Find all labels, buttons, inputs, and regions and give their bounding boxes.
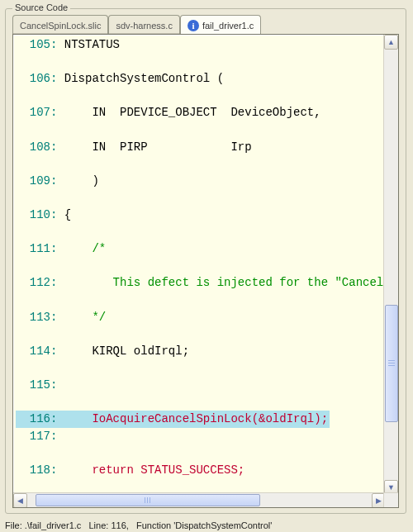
tab-label: sdv-harness.c — [116, 21, 172, 31]
chevron-right-icon: ▶ — [376, 496, 382, 505]
line-text: This defect is injected for the "CancelS… — [64, 276, 386, 289]
chevron-left-icon: ◀ — [17, 496, 23, 505]
status-function: Function 'DispatchSystemControl' — [136, 520, 272, 530]
code-row[interactable]: 106: DispatchSystemControl ( — [16, 70, 386, 88]
line-colon: : — [50, 344, 64, 358]
code-row[interactable]: 116: IoAcquireCancelSpinLock(&oldIrql); — [16, 411, 330, 428]
line-number: 117 — [16, 428, 50, 445]
line-colon: : — [50, 208, 64, 221]
code-row[interactable]: 112: This defect is injected for the "Ca… — [16, 274, 386, 292]
code-viewport[interactable]: 105: NTSTATUS 106: DispatchSystemControl… — [13, 35, 386, 495]
line-text: { — [64, 208, 71, 221]
line-number: 112 — [16, 274, 50, 292]
line-colon: : — [50, 311, 64, 324]
tab-cancelspinlock[interactable]: CancelSpinLock.slic — [12, 15, 108, 34]
source-code-group: Source Code CancelSpinLock.slic sdv-harn… — [5, 8, 406, 514]
code-row[interactable]: 108: IN PIRP Irp — [16, 139, 386, 156]
line-colon: : — [50, 463, 64, 477]
line-text: IN PDEVICE_OBJECT DeviceObject, — [64, 106, 321, 119]
code-row[interactable]: 109: ) — [16, 173, 386, 190]
line-text: KIRQL oldIrql; — [64, 344, 189, 358]
tab-fail-driver1[interactable]: i fail_driver1.c — [180, 15, 261, 34]
code-editor-frame: 105: NTSTATUS 106: DispatchSystemControl… — [12, 34, 399, 508]
line-colon: : — [50, 106, 64, 119]
horizontal-scroll-thumb[interactable] — [36, 494, 260, 506]
line-text: return STATUS_SUCCESS; — [64, 463, 244, 477]
line-text: DispatchSystemControl ( — [64, 72, 224, 85]
chevron-up-icon: ▲ — [387, 38, 395, 46]
line-colon: : — [50, 430, 64, 443]
vertical-scroll-track[interactable] — [384, 49, 398, 481]
tab-label: fail_driver1.c — [202, 21, 254, 31]
line-number: 115 — [16, 377, 50, 394]
line-colon: : — [50, 276, 64, 289]
group-title: Source Code — [12, 2, 70, 12]
code-row[interactable]: 113: */ — [16, 309, 386, 326]
line-number: 106 — [16, 70, 50, 88]
code-row[interactable]: 107: IN PDEVICE_OBJECT DeviceObject, — [16, 104, 386, 121]
scrollbar-corner — [383, 492, 398, 507]
line-text: NTSTATUS — [64, 38, 120, 51]
code-row[interactable]: 117: — [16, 428, 386, 445]
line-colon: : — [50, 72, 64, 85]
line-number: 118 — [16, 462, 50, 479]
code-lines: 105: NTSTATUS 106: DispatchSystemControl… — [13, 35, 386, 495]
tab-sdv-harness[interactable]: sdv-harness.c — [108, 15, 179, 34]
code-row[interactable]: 105: NTSTATUS — [16, 36, 386, 54]
line-text: ) — [64, 174, 99, 188]
line-number: 105 — [16, 36, 50, 54]
info-icon: i — [188, 20, 199, 31]
line-number: 111 — [16, 240, 50, 258]
code-row[interactable]: 118: return STATUS_SUCCESS; — [16, 462, 386, 479]
line-text: /* — [64, 242, 106, 255]
line-colon: : — [50, 412, 64, 425]
line-number: 114 — [16, 343, 50, 360]
horizontal-scrollbar[interactable]: ◀ ▶ — [13, 492, 386, 507]
scroll-up-button[interactable]: ▲ — [384, 35, 398, 50]
line-colon: : — [50, 140, 64, 154]
line-number: 110 — [16, 207, 50, 224]
line-number: 116 — [16, 411, 50, 428]
line-colon: : — [50, 378, 64, 392]
line-number: 113 — [16, 309, 50, 326]
line-colon: : — [50, 174, 64, 188]
chevron-down-icon: ▼ — [387, 483, 395, 492]
status-line: Line: 116, — [88, 520, 128, 530]
scroll-left-button[interactable]: ◀ — [13, 493, 27, 508]
tab-strip: CancelSpinLock.slic sdv-harness.c i fail… — [12, 16, 261, 34]
vertical-scrollbar[interactable]: ▲ ▼ — [383, 35, 398, 495]
line-text: */ — [64, 311, 106, 324]
code-row[interactable]: 114: KIRQL oldIrql; — [16, 343, 386, 360]
code-row[interactable]: 111: /* — [16, 240, 386, 258]
line-number: 109 — [16, 173, 50, 190]
code-row[interactable]: 110: { — [16, 207, 386, 224]
window-root: Source Code CancelSpinLock.slic sdv-harn… — [0, 0, 413, 532]
line-colon: : — [50, 38, 64, 51]
line-text: IN PIRP Irp — [64, 140, 252, 154]
tab-label: CancelSpinLock.slic — [20, 21, 101, 31]
status-bar: File: .\fail_driver1.c Line: 116, Functi… — [5, 520, 272, 530]
line-number: 107 — [16, 104, 50, 121]
code-row[interactable]: 115: — [16, 377, 386, 394]
vertical-scroll-thumb[interactable] — [385, 305, 398, 422]
line-text: IoAcquireCancelSpinLock(&oldIrql); — [64, 412, 328, 425]
status-file: File: .\fail_driver1.c — [5, 520, 81, 530]
horizontal-scroll-track[interactable] — [27, 493, 372, 507]
line-number: 108 — [16, 139, 50, 156]
line-colon: : — [50, 242, 64, 255]
